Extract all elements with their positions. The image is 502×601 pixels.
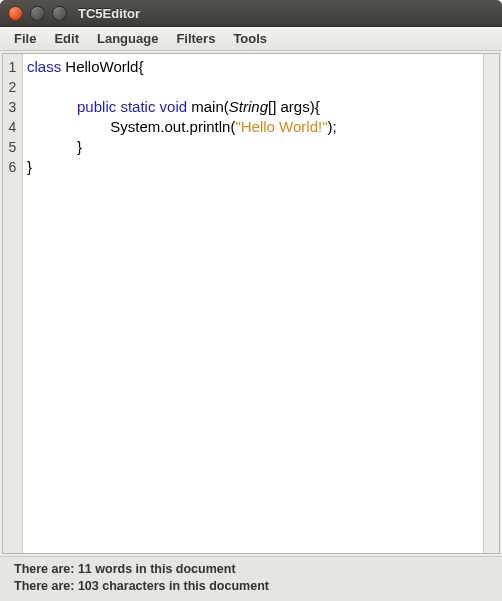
line-number: 4 xyxy=(3,117,22,137)
menu-file[interactable]: File xyxy=(6,29,44,48)
code-line xyxy=(27,77,479,97)
line-number: 6 xyxy=(3,157,22,177)
vertical-scrollbar[interactable] xyxy=(483,54,499,553)
line-number-gutter: 1 2 3 4 5 6 xyxy=(3,54,23,553)
editor: 1 2 3 4 5 6 class HelloWorld{ public sta… xyxy=(2,53,500,554)
window-title: TC5Editor xyxy=(78,6,140,21)
status-char-count: There are: 103 characters in this docume… xyxy=(14,578,488,595)
line-number: 2 xyxy=(3,77,22,97)
statusbar: There are: 11 words in this document The… xyxy=(0,556,502,601)
menu-language[interactable]: Language xyxy=(89,29,166,48)
line-number: 5 xyxy=(3,137,22,157)
line-number: 1 xyxy=(3,57,22,77)
code-line: public static void main(String[] args){ xyxy=(27,97,479,117)
client-area: File Edit Language Filters Tools 1 2 3 4… xyxy=(0,26,502,601)
code-line: System.out.println("Hello World!"); xyxy=(27,117,479,137)
code-line: } xyxy=(27,137,479,157)
window: TC5Editor File Edit Language Filters Too… xyxy=(0,0,502,601)
menubar: File Edit Language Filters Tools xyxy=(0,27,502,51)
minimize-icon[interactable] xyxy=(30,6,45,21)
code-line: class HelloWorld{ xyxy=(27,57,479,77)
menu-filters[interactable]: Filters xyxy=(168,29,223,48)
menu-edit[interactable]: Edit xyxy=(46,29,87,48)
line-number: 3 xyxy=(3,97,22,117)
status-word-count: There are: 11 words in this document xyxy=(14,561,488,578)
maximize-icon[interactable] xyxy=(52,6,67,21)
menu-tools[interactable]: Tools xyxy=(225,29,275,48)
titlebar: TC5Editor xyxy=(0,0,502,26)
close-icon[interactable] xyxy=(8,6,23,21)
code-area[interactable]: class HelloWorld{ public static void mai… xyxy=(23,54,483,553)
code-line: } xyxy=(27,157,479,177)
